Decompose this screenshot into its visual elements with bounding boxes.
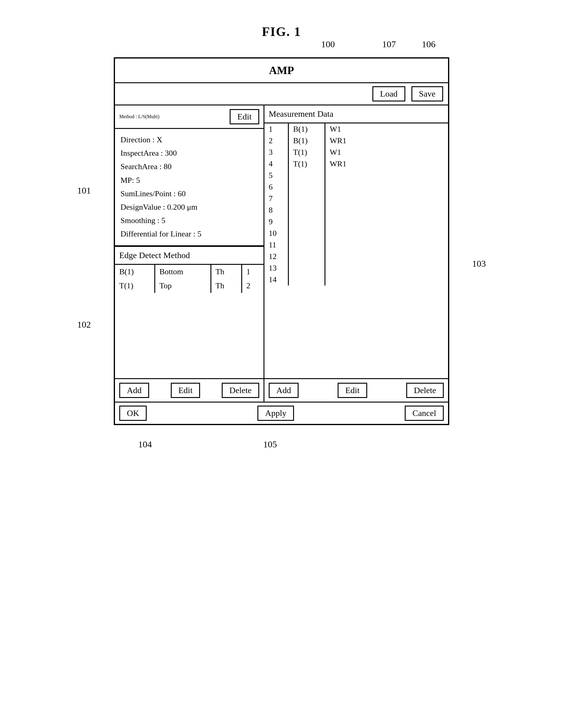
edge-detect-table-container: B(1) Bottom Th 1 T(1) Top Th 2 [115, 265, 263, 378]
list-item: T(1) [289, 147, 325, 158]
list-item: 2 [264, 135, 288, 147]
param-sumlines: SumLines/Point : 60 [120, 187, 258, 201]
callout-102: 102 [77, 319, 91, 330]
callout-103: 103 [472, 258, 486, 269]
list-item [289, 216, 325, 228]
window-title: AMP [115, 59, 448, 83]
list-item [289, 228, 325, 239]
list-item: 8 [264, 204, 288, 216]
bottom-row: OK Apply Cancel [115, 403, 448, 424]
list-item: 10 [264, 228, 288, 239]
right-edit-button[interactable]: Edit [338, 383, 367, 398]
method-label: Method : L/S(Multi) [119, 114, 159, 119]
ok-button[interactable]: OK [119, 406, 147, 421]
param-inspectarea: InspectArea : 300 [120, 147, 258, 160]
list-item [326, 170, 448, 181]
list-item [289, 274, 325, 286]
table-row-empty [115, 293, 263, 378]
edge-col3-row1: Th [211, 265, 241, 279]
method-edit-button[interactable]: Edit [230, 109, 259, 124]
list-item [289, 181, 325, 193]
left-delete-button[interactable]: Delete [222, 383, 259, 398]
method-header: Method : L/S(Multi) Edit [115, 105, 263, 129]
list-item: 4 [264, 158, 288, 170]
list-item: WR1 [326, 135, 448, 147]
left-add-button[interactable]: Add [119, 383, 149, 398]
list-item: 6 [264, 181, 288, 193]
load-button[interactable]: Load [372, 86, 405, 101]
list-item [326, 274, 448, 286]
params-section: Direction : X InspectArea : 300 SearchAr… [115, 129, 263, 247]
list-item: 9 [264, 216, 288, 228]
right-action-buttons: Add Edit Delete [264, 379, 448, 402]
table-row: B(1) Bottom Th 1 [115, 265, 263, 279]
list-item: 13 [264, 262, 288, 274]
param-mp: MP: 5 [120, 174, 258, 187]
list-item [326, 204, 448, 216]
param-searcharea: SearchArea : 80 [120, 160, 258, 173]
list-item [326, 193, 448, 204]
list-item: B(1) [289, 123, 325, 135]
list-item [326, 239, 448, 251]
fig-title: FIG. 1 [262, 24, 301, 39]
list-item: B(1) [289, 135, 325, 147]
list-item: 3 [264, 147, 288, 158]
list-item [289, 204, 325, 216]
list-item [326, 181, 448, 193]
list-item [289, 170, 325, 181]
list-item: W1 [326, 147, 448, 158]
param-designvalue: DesignValue : 0.200 μm [120, 201, 258, 214]
right-panel: Measurement Data 1 2 3 4 5 6 7 8 9 10 [264, 105, 448, 378]
apply-button[interactable]: Apply [257, 406, 294, 421]
list-item: 11 [264, 239, 288, 251]
list-item: 7 [264, 193, 288, 204]
list-item [326, 251, 448, 262]
edge-col1-row2: T(1) [115, 279, 155, 293]
list-item: W1 [326, 123, 448, 135]
param-direction: Direction : X [120, 133, 258, 147]
b-column: B(1) B(1) T(1) T(1) [289, 123, 326, 286]
w-column: W1 WR1 W1 WR1 [326, 123, 448, 286]
list-item [326, 262, 448, 274]
toolbar-row: Load Save [115, 83, 448, 105]
cancel-button[interactable]: Cancel [405, 406, 444, 421]
list-item: WR1 [326, 158, 448, 170]
left-edit-button[interactable]: Edit [171, 383, 200, 398]
save-button[interactable]: Save [412, 86, 443, 101]
callout-101: 101 [77, 185, 91, 196]
right-delete-button[interactable]: Delete [406, 383, 444, 398]
edge-col3-row2: Th [211, 279, 241, 293]
list-item: T(1) [289, 158, 325, 170]
edge-col1-row1: B(1) [115, 265, 155, 279]
callout-106: 106 [422, 39, 436, 49]
callout-105: 105 [263, 439, 277, 449]
list-item [289, 262, 325, 274]
callout-100: 100 [321, 39, 335, 49]
left-panel: Method : L/S(Multi) Edit Direction : X I… [115, 105, 264, 378]
list-item: 14 [264, 274, 288, 286]
list-item [326, 228, 448, 239]
content-area: Method : L/S(Multi) Edit Direction : X I… [115, 105, 448, 379]
left-action-buttons: Add Edit Delete [115, 379, 264, 402]
list-item: 5 [264, 170, 288, 181]
list-item: 12 [264, 251, 288, 262]
param-differential: Differential for Linear : 5 [120, 227, 258, 241]
edge-col2-row1: Bottom [155, 265, 211, 279]
list-item: 1 [264, 123, 288, 135]
list-item [289, 193, 325, 204]
list-item [289, 251, 325, 262]
list-item [326, 216, 448, 228]
main-window: AMP Load Save Method : L/S(Multi) Edit D… [114, 57, 449, 425]
param-smoothing: Smoothing : 5 [120, 214, 258, 227]
measurement-data-area: 1 2 3 4 5 6 7 8 9 10 11 12 13 14 [264, 123, 448, 286]
table-row: T(1) Top Th 2 [115, 279, 263, 293]
edge-col4-row1: 1 [241, 265, 263, 279]
edge-col2-row2: Top [155, 279, 211, 293]
edge-col4-row2: 2 [241, 279, 263, 293]
action-buttons-row: Add Edit Delete Add Edit Delete [115, 379, 448, 403]
right-add-button[interactable]: Add [269, 383, 299, 398]
edge-detect-header: Edge Detect Method [115, 247, 263, 265]
callout-104: 104 [138, 439, 152, 449]
list-item [289, 239, 325, 251]
edge-detect-table: B(1) Bottom Th 1 T(1) Top Th 2 [115, 265, 263, 378]
